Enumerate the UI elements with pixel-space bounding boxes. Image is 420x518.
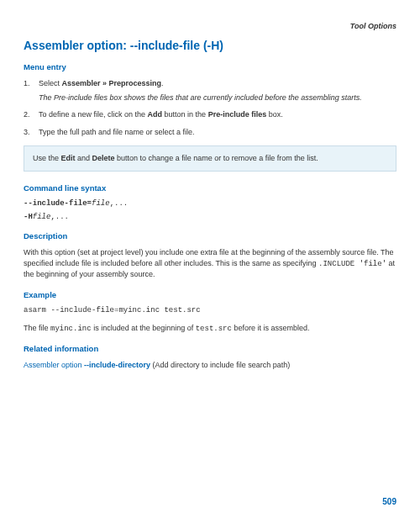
related-link-bold: --include-directory xyxy=(84,361,150,369)
cmd-line1-italic: file xyxy=(92,199,110,208)
step-2-bold-1: Add xyxy=(148,110,163,119)
note-bold-1: Edit xyxy=(61,154,76,162)
note-box: Use the Edit and Delete button to change… xyxy=(24,145,396,172)
example-code: asarm --include-file=myinc.inc test.src xyxy=(24,306,396,314)
step-3: Type the full path and file name or sele… xyxy=(24,127,396,138)
step-2-bold-2: Pre-include files xyxy=(208,110,267,119)
step-1-subtext: The Pre-include files box shows the file… xyxy=(39,92,396,103)
related-link-line: Assembler option --include-directory (Ad… xyxy=(24,360,396,371)
cmd-line2-rest: ,... xyxy=(50,213,69,221)
step-2: To define a new file, click on the Add b… xyxy=(24,109,396,120)
step-1-suffix: . xyxy=(161,79,164,87)
page-number: 509 xyxy=(382,497,396,506)
note-prefix: Use the xyxy=(33,154,61,162)
step-2-mid: button in the xyxy=(162,110,208,119)
related-link[interactable]: Assembler option --include-directory xyxy=(24,361,153,369)
cmd-syntax-heading: Command line syntax xyxy=(24,183,396,193)
page-title: Assembler option: --include-file (-H) xyxy=(24,39,396,52)
cmd-line1-rest: ,... xyxy=(110,199,129,208)
cmd-line2-bold: -H xyxy=(24,213,33,221)
ex-mono2: test.src xyxy=(196,325,232,333)
cmd-line1-bold: --include-file= xyxy=(24,199,92,208)
cmd-syntax-line-2: -Hfile,... xyxy=(24,213,396,221)
note-mid: and xyxy=(76,154,92,162)
step-2-prefix: To define a new file, click on the xyxy=(39,110,148,119)
step-1-prefix: Select xyxy=(39,79,62,87)
cmd-line2-italic: file xyxy=(33,213,51,221)
ex-pre: The file xyxy=(24,324,50,332)
step-1-bold: Assembler » Preprocessing xyxy=(62,79,162,87)
menu-entry-heading: Menu entry xyxy=(24,62,396,71)
related-link-suffix: (Add directory to include file search pa… xyxy=(153,361,291,369)
desc-mono: .INCLUDE 'file' xyxy=(318,260,386,268)
header-label: Tool Options xyxy=(24,22,396,30)
step-2-suffix: box. xyxy=(266,110,283,119)
related-heading: Related information xyxy=(24,344,396,353)
note-suffix: button to change a file name or to remov… xyxy=(115,154,318,162)
menu-steps-list: Select Assembler » Preprocessing. The Pr… xyxy=(24,78,396,137)
ex-mono1: myinc.inc xyxy=(50,325,92,333)
ex-post: before it is assembled. xyxy=(232,324,310,332)
ex-mid: is included at the beginning of xyxy=(92,324,196,332)
description-text: With this option (set at project level) … xyxy=(24,247,396,280)
description-heading: Description xyxy=(24,231,396,240)
cmd-syntax-line-1: --include-file=file,... xyxy=(24,199,396,208)
step-1: Select Assembler » Preprocessing. The Pr… xyxy=(24,78,396,103)
related-link-prefix: Assembler option xyxy=(24,361,84,369)
note-bold-2: Delete xyxy=(92,154,115,162)
example-text: The file myinc.inc is included at the be… xyxy=(24,323,396,335)
example-heading: Example xyxy=(24,290,396,299)
